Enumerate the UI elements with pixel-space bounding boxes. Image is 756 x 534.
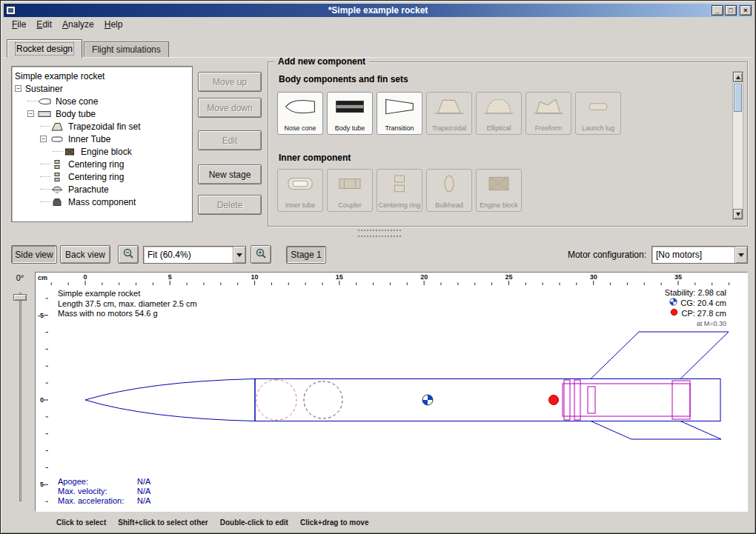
rocket-info-line: Length 37.5 cm, max. diameter 2.5 cm bbox=[58, 299, 197, 310]
edit-button[interactable]: Edit bbox=[198, 130, 262, 150]
rotation-slider-track[interactable] bbox=[19, 293, 21, 501]
back-view-button[interactable]: Back view bbox=[60, 245, 110, 264]
tab-flight-simulations[interactable]: Flight simulations bbox=[84, 41, 169, 57]
side-view-button[interactable]: Side view bbox=[11, 245, 57, 264]
window-title: *Simple example rocket bbox=[4, 5, 752, 16]
tree-item-nose-cone[interactable]: Nose cone bbox=[12, 95, 192, 107]
centering-ring-icon bbox=[50, 159, 66, 169]
zoom-in-button[interactable] bbox=[251, 245, 271, 264]
tree-connector bbox=[40, 189, 50, 190]
mass-component-icon bbox=[50, 197, 66, 207]
add-component-group: Add new component Body components and fi… bbox=[268, 61, 748, 227]
move-up-button[interactable]: Move up bbox=[198, 72, 262, 92]
transition-icon bbox=[383, 96, 416, 120]
trapezoidal-fin-icon bbox=[433, 96, 465, 120]
splitter-handle[interactable] bbox=[358, 230, 401, 231]
tree-item-centering-ring[interactable]: Centering ring bbox=[12, 170, 192, 183]
svg-text:0: 0 bbox=[83, 273, 87, 281]
splitter-handle-2[interactable] bbox=[358, 236, 401, 237]
cp-icon bbox=[670, 308, 678, 318]
add-nose-cone-button[interactable]: Nose cone bbox=[277, 92, 323, 135]
scroll-down-icon[interactable] bbox=[733, 209, 743, 219]
add-freeform-button[interactable]: Freeform bbox=[525, 92, 571, 135]
zoom-select[interactable]: Fit (60.4%) bbox=[143, 246, 246, 264]
view-toolbar: Side view Back view Fit (60.4%) Stage 1 … bbox=[1, 244, 756, 267]
flight-stat-apogee: Apogee:N/A bbox=[58, 477, 150, 487]
add-bulkhead-button[interactable]: Bulkhead bbox=[426, 169, 472, 212]
titlebar[interactable]: *Simple example rocket _ □ × bbox=[4, 4, 752, 17]
rocket-outline bbox=[85, 332, 729, 439]
rotation-slider-handle[interactable] bbox=[13, 294, 27, 301]
nose-cone-icon bbox=[38, 96, 53, 106]
menu-analyze[interactable]: Analyze bbox=[57, 19, 99, 32]
parachute-icon bbox=[50, 184, 66, 194]
tree-item-parachute[interactable]: Parachute bbox=[12, 183, 192, 196]
body-tube-icon bbox=[334, 96, 366, 120]
parachute-outline bbox=[256, 380, 296, 420]
add-launch-lug-button[interactable]: Launch lug bbox=[575, 92, 621, 135]
add-transition-button[interactable]: Transition bbox=[377, 92, 422, 135]
minimize-button[interactable]: _ bbox=[712, 5, 723, 16]
move-down-button[interactable]: Move down bbox=[198, 98, 262, 118]
component-tree[interactable]: Simple example rocket−SustainerNose cone… bbox=[11, 66, 193, 222]
add-inner-tube-button[interactable]: Inner tube bbox=[277, 169, 323, 212]
svg-text:25: 25 bbox=[505, 273, 512, 281]
scrollbar-thumb[interactable] bbox=[734, 84, 742, 112]
zoom-out-button[interactable] bbox=[118, 245, 139, 264]
close-button[interactable]: × bbox=[740, 5, 752, 16]
tree-item-mass-component[interactable]: Mass component bbox=[12, 196, 192, 208]
motor-configuration-select[interactable]: [No motors] bbox=[651, 246, 748, 264]
svg-text:20: 20 bbox=[420, 273, 428, 281]
expand-toggle-icon[interactable]: − bbox=[40, 136, 47, 142]
flight-stat-max-acceleration: Max. acceleration:N/A bbox=[58, 496, 150, 506]
svg-text:cm: cm bbox=[38, 274, 47, 281]
tree-item-body-tube[interactable]: −Body tube bbox=[12, 107, 192, 120]
svg-text:10: 10 bbox=[251, 273, 259, 281]
add-trapezoidal-button[interactable]: Trapezoidal bbox=[426, 92, 472, 135]
add-engine-block-button[interactable]: Engine block bbox=[476, 169, 522, 212]
chevron-down-icon[interactable] bbox=[233, 247, 245, 263]
body-tube-icon bbox=[38, 109, 53, 119]
tree-item-sustainer[interactable]: −Sustainer bbox=[12, 82, 192, 95]
tree-connector bbox=[40, 176, 50, 177]
new-stage-button[interactable]: New stage bbox=[198, 164, 262, 184]
component-scrollbar[interactable] bbox=[732, 71, 743, 220]
tree-item-inner-tube[interactable]: −Inner Tube bbox=[12, 133, 192, 145]
inner-tube-icon bbox=[284, 173, 316, 197]
motor-configuration-label: Motor configuration: bbox=[568, 250, 646, 260]
rocket-canvas[interactable]: 05101520253035-505cm bbox=[35, 272, 748, 512]
add-coupler-button[interactable]: Coupler bbox=[327, 169, 373, 212]
svg-text:15: 15 bbox=[336, 273, 343, 281]
scroll-up-icon[interactable] bbox=[733, 72, 743, 82]
fin-set-icon bbox=[50, 121, 66, 131]
engine-block-icon bbox=[63, 147, 79, 156]
delete-button[interactable]: Delete bbox=[198, 195, 262, 215]
menu-edit[interactable]: Edit bbox=[31, 19, 57, 32]
add-elliptical-button[interactable]: Elliptical bbox=[476, 92, 522, 135]
zoom-out-icon bbox=[122, 247, 134, 261]
tree-item-trapezoidal-fin-set[interactable]: Trapezoidal fin set bbox=[12, 120, 192, 133]
zoom-value: Fit (60.4%) bbox=[144, 247, 233, 263]
menu-help[interactable]: Help bbox=[99, 19, 128, 32]
stability-info: Stability: 2.98 cal CG: 20.4 cm CP: 27.8… bbox=[665, 287, 726, 329]
add-centering-ring-button[interactable]: Centering ring bbox=[377, 169, 422, 212]
expand-toggle-icon[interactable]: − bbox=[15, 85, 21, 92]
app-icon[interactable] bbox=[6, 6, 16, 15]
tree-item-engine-block[interactable]: Engine block bbox=[12, 145, 192, 158]
add-component-body: Body components and fin setsNose coneBod… bbox=[268, 62, 747, 226]
section-label-body-components-and-fin-sets: Body components and fin sets bbox=[279, 74, 408, 84]
tree-item-simple-example-rocket[interactable]: Simple example rocket bbox=[12, 70, 192, 82]
elliptical-fin-icon bbox=[483, 96, 515, 120]
menu-file[interactable]: File bbox=[7, 19, 31, 32]
cp-value: CP: 27.8 cm bbox=[681, 308, 726, 318]
tree-item-centering-ring[interactable]: Centering ring bbox=[12, 158, 192, 170]
chevron-down-icon[interactable] bbox=[735, 247, 747, 263]
expand-toggle-icon[interactable]: − bbox=[27, 110, 34, 117]
app-window: *Simple example rocket _ □ × FileEditAna… bbox=[0, 0, 756, 534]
section-label-inner-component: Inner component bbox=[279, 153, 351, 163]
maximize-button[interactable]: □ bbox=[725, 5, 737, 16]
stage-1-toggle[interactable]: Stage 1 bbox=[286, 246, 326, 264]
add-body-tube-button[interactable]: Body tube bbox=[327, 92, 373, 135]
tab-rocket-design[interactable]: Rocket design bbox=[7, 39, 82, 58]
stability-value: Stability: 2.98 cal bbox=[665, 287, 726, 298]
